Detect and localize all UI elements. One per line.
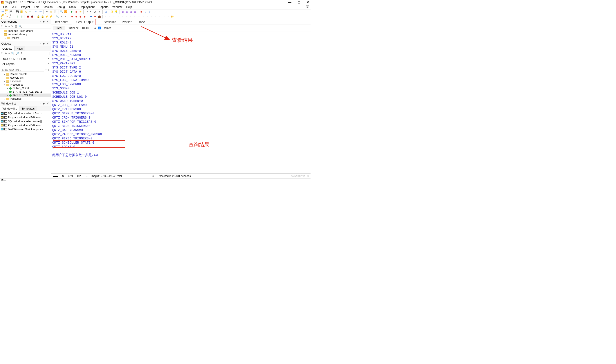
oracle-icon[interactable]: ◉: [140, 10, 143, 13]
window-list-item[interactable]: Test Window - Script for proce: [0, 127, 51, 131]
mdi-restore-icon[interactable]: ▾: [306, 5, 309, 8]
find-bar[interactable]: Find: [0, 178, 311, 183]
help-icon[interactable]: ?: [144, 10, 147, 13]
menu-help[interactable]: Help: [125, 5, 134, 9]
expand-icon[interactable]: ▸: [6, 94, 8, 97]
tab-dbms-output[interactable]: DBMS Output: [72, 19, 96, 25]
arrow-right-icon[interactable]: ➡: [89, 15, 93, 18]
filter-go-icon[interactable]: ▸: [49, 68, 50, 71]
tree-item[interactable]: ▸STATISTICS_ALL_DEP2: [0, 90, 51, 93]
cut-icon[interactable]: ✂: [45, 10, 49, 13]
edit-icon[interactable]: ✎: [11, 25, 13, 28]
enabled-check-input[interactable]: [98, 26, 101, 29]
tab-trace[interactable]: Trace: [135, 19, 147, 25]
panel-pin-icons[interactable]: ▫ ⬘ ✕: [40, 20, 49, 23]
gear-icon[interactable]: ⚙: [5, 15, 9, 18]
tab-profiler[interactable]: Profiler: [120, 19, 134, 25]
minus-icon[interactable]: −: [8, 25, 10, 28]
project-icon[interactable]: 📒: [20, 10, 23, 13]
tab-templates[interactable]: Templates: [19, 106, 37, 111]
key-icon[interactable]: 🔑▾: [1, 15, 4, 18]
wrench-icon[interactable]: 🔧: [55, 15, 59, 18]
uncomment-icon[interactable]: \\: [97, 10, 101, 13]
refresh-icon[interactable]: ↻: [1, 52, 3, 55]
filter-menu-icon[interactable]: ⋯: [45, 68, 48, 71]
window-list-item[interactable]: SQL Window - select * from u: [0, 112, 51, 116]
expand-icon[interactable]: ▸: [4, 37, 6, 39]
menu-session[interactable]: Session: [41, 5, 54, 9]
expand-icon[interactable]: ▸: [3, 73, 5, 76]
enabled-checkbox[interactable]: Enabled: [98, 26, 111, 30]
menu-debug[interactable]: Debug: [55, 5, 67, 9]
diamond4-icon[interactable]: ◆: [83, 15, 86, 18]
tab-test-script[interactable]: Test script: [52, 19, 70, 25]
expand-icon[interactable]: ▸: [3, 98, 5, 100]
expand-icon[interactable]: ▸: [3, 77, 5, 79]
tab-windowlist[interactable]: Window li...: [0, 106, 19, 111]
cfg2-icon[interactable]: ▾: [64, 15, 67, 18]
window-list-item[interactable]: Program Window - Edit sourc: [0, 116, 51, 119]
diamond1-icon[interactable]: ◆: [70, 15, 74, 18]
lock-icon[interactable]: 🔒: [37, 15, 40, 18]
email-icon[interactable]: ✉: [28, 10, 32, 13]
bolt2-icon[interactable]: ⚡: [49, 15, 53, 18]
tree-item[interactable]: ▾Procedures: [0, 83, 51, 87]
beautify-icon[interactable]: ✨: [110, 10, 114, 13]
conn-dropdown-icon[interactable]: ▾: [86, 175, 88, 178]
window-list-icon[interactable]: ▤: [104, 10, 107, 13]
diamond2-icon[interactable]: ◆: [74, 15, 78, 18]
execute-icon[interactable]: ▶: [70, 10, 74, 13]
tree-item[interactable]: ▸Recycle bin: [0, 76, 51, 79]
copy-icon[interactable]: ⧉: [49, 10, 53, 13]
schema-dropdown[interactable]: <CURRENT USER>: [1, 57, 50, 61]
fold-icon[interactable]: ▤: [15, 25, 17, 28]
window-list-item[interactable]: Program Window - Edit sourc: [0, 123, 51, 127]
window-list-item[interactable]: SQL Window - select owner||': [0, 119, 51, 123]
new-icon[interactable]: ▫▾: [1, 10, 4, 13]
open-icon[interactable]: 📂▾: [5, 10, 9, 13]
explain-icon[interactable]: ⚡: [79, 10, 82, 13]
tree-item[interactable]: ▸Recent: [1, 36, 50, 40]
arrow-right2-icon[interactable]: ➡: [93, 15, 97, 18]
sort-icon[interactable]: ⇕: [20, 52, 23, 55]
grid-icon[interactable]: ▦: [121, 10, 124, 13]
menu-file[interactable]: File: [1, 5, 9, 9]
expand-icon[interactable]: ▸: [6, 87, 8, 90]
find-icon[interactable]: 🔍: [60, 10, 63, 13]
rollback-icon[interactable]: 🛢: [20, 15, 23, 18]
find-conn-icon[interactable]: 🔍: [18, 25, 22, 28]
diamond3-icon[interactable]: ◆: [79, 15, 82, 18]
indent-icon[interactable]: ⇥: [85, 10, 89, 13]
end-icon[interactable]: 📂: [171, 15, 174, 18]
scope-dropdown[interactable]: All objects: [1, 62, 50, 66]
add-icon[interactable]: ✚: [5, 25, 7, 28]
commit-icon[interactable]: 🛢: [16, 15, 19, 18]
redo-icon[interactable]: ↷: [39, 10, 42, 13]
minus-icon[interactable]: −: [8, 52, 10, 55]
menu-edit[interactable]: Edit: [32, 5, 40, 9]
tree-item[interactable]: ▸Functions: [0, 79, 51, 83]
save-all-icon[interactable]: 💾: [16, 10, 19, 13]
code-assist-icon[interactable]: 💡: [114, 10, 118, 13]
menu-deployment[interactable]: Deployment: [78, 5, 96, 9]
plus-icon[interactable]: ✚: [5, 52, 7, 55]
find2-icon[interactable]: 🔎: [16, 52, 19, 55]
outdent-icon[interactable]: ⇤: [89, 10, 93, 13]
save-icon[interactable]: 💾: [9, 10, 13, 13]
bug2-icon[interactable]: 🐞: [30, 15, 34, 18]
grid4-icon[interactable]: ▦: [133, 10, 137, 13]
replace-icon[interactable]: 🔁: [64, 10, 67, 13]
buffer-spinner[interactable]: ▴▾: [94, 27, 96, 29]
maximize-button[interactable]: ▢: [298, 0, 301, 4]
buffer-input[interactable]: 10000: [81, 26, 92, 30]
db-icon[interactable]: 🗄▾: [9, 15, 13, 18]
filter-input[interactable]: [1, 68, 44, 72]
lock2-icon[interactable]: 🔓: [41, 15, 44, 18]
menu-vcs[interactable]: VCS: [10, 5, 19, 9]
print-icon[interactable]: 🖨: [24, 10, 27, 13]
expand-icon[interactable]: ▸: [3, 80, 5, 83]
undo-icon[interactable]: ↶: [35, 10, 38, 13]
grid2-icon[interactable]: ▦: [125, 10, 129, 13]
case-icon[interactable]: 💼: [97, 15, 101, 18]
stop-icon[interactable]: ■: [74, 10, 78, 13]
